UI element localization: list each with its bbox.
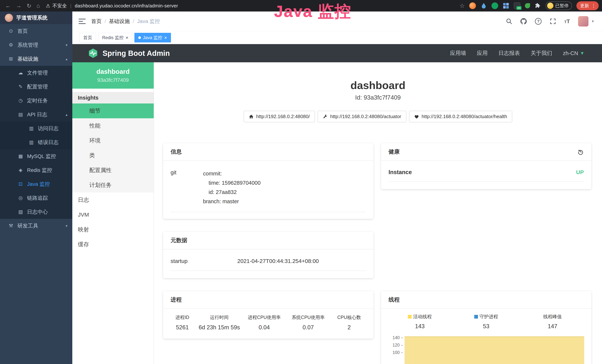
update-button[interactable]: 更新 ⋮ xyxy=(576,1,599,10)
url-text[interactable]: dashboard.yudao.iocoder.cn/infra/admin-s… xyxy=(75,3,178,9)
sba-language-select[interactable]: zh-CN ▼ xyxy=(563,50,584,56)
sidebar-item-devtools[interactable]: ⚒ 研发工具 ▾ xyxy=(0,219,72,233)
column-header: 系统CPU使用率 xyxy=(286,314,330,321)
sidebar-item-home[interactable]: ⊙ 首页 xyxy=(0,24,72,38)
breadcrumb-separator: / xyxy=(105,18,106,24)
github-icon[interactable] xyxy=(520,18,527,24)
close-icon[interactable]: × xyxy=(126,35,128,40)
hamburger-icon[interactable] xyxy=(79,18,86,24)
menu-item-metrics[interactable]: 性能 xyxy=(72,118,154,133)
browser-home-icon[interactable]: ⌂ xyxy=(36,3,40,9)
sba-nav-wallboard[interactable]: 应用墙 xyxy=(450,50,466,57)
menu-item-jvm[interactable]: JVM xyxy=(72,207,154,222)
sidebar-item-redis-monitor[interactable]: ◈ Redis 监控 xyxy=(0,163,72,177)
extension-green-circle-icon[interactable] xyxy=(492,2,498,9)
process-col-process-cpu: 进程CPU使用率 0.04 xyxy=(242,314,286,331)
extension-grid-icon[interactable] xyxy=(503,2,509,9)
process-col-system-cpu: 系统CPU使用率 0.07 xyxy=(286,314,330,331)
tag-redis-monitor[interactable]: Redis 监控 × xyxy=(98,33,132,43)
sidebar-item-scheduled-jobs[interactable]: ◷ 定时任务 xyxy=(0,94,72,107)
update-label: 更新 xyxy=(580,3,589,9)
sidebar-item-infrastructure[interactable]: ⊞ 基础设施 ▴ xyxy=(0,52,72,66)
y-tick-mark xyxy=(401,345,403,345)
legend-value: 53 xyxy=(453,323,519,330)
breadcrumb-infrastructure[interactable]: 基础设施 xyxy=(109,18,130,25)
refresh-icon[interactable]: ↻ xyxy=(27,3,31,9)
sidebar-item-error-logs[interactable]: ▥ 错误日志 xyxy=(0,135,72,149)
forward-icon[interactable]: → xyxy=(16,3,22,9)
file-cloud-icon: ☁ xyxy=(17,70,24,76)
process-card-header: 进程 xyxy=(163,291,373,309)
sidebar-item-log-center[interactable]: ▨ 日志中心 xyxy=(0,205,72,219)
gear-icon: ⚙ xyxy=(7,42,14,48)
chevron-down-icon: ▾ xyxy=(66,224,67,228)
menu-item-caches[interactable]: 缓存 xyxy=(72,237,154,252)
extension-drop-icon[interactable] xyxy=(480,2,487,9)
menu-item-logs[interactable]: 日志 xyxy=(72,193,154,207)
sba-body: dashboard 93a3fc7f7409 Insights 细节 性能 环境… xyxy=(72,62,602,364)
trace-icon: ◎ xyxy=(17,195,24,201)
sidebar-logo[interactable]: 芋道管理系统 xyxy=(0,11,72,24)
profile-chip[interactable]: 已暂停 xyxy=(546,1,572,10)
process-col-pid: 进程ID 5261 xyxy=(168,314,196,331)
y-tick-label: 100 xyxy=(387,350,400,355)
config-icon: ✎ xyxy=(17,84,24,90)
breadcrumb-home[interactable]: 首页 xyxy=(91,18,102,25)
extension-fox-icon[interactable] xyxy=(469,2,476,9)
back-icon[interactable]: ← xyxy=(5,3,11,9)
health-url: http://192.168.0.2:48080/actuator/health xyxy=(422,114,507,119)
metadata-card-header: 元数据 xyxy=(163,232,373,249)
column-value: 6d 23h 15m 59s xyxy=(196,324,242,331)
menu-item-environment[interactable]: 环境 xyxy=(72,133,154,148)
extension-leaf-icon[interactable] xyxy=(525,3,530,8)
tag-home[interactable]: 首页 xyxy=(79,33,96,43)
menu-item-scheduled-tasks[interactable]: 计划任务 xyxy=(72,178,154,193)
sba-nav-applications[interactable]: 应用 xyxy=(477,50,488,57)
instance-header[interactable]: dashboard 93a3fc7f7409 xyxy=(72,62,154,89)
avatar-caret-icon[interactable]: ▾ xyxy=(592,19,594,24)
tag-java-monitor[interactable]: Java 监控 × xyxy=(134,33,171,43)
y-tick-mark xyxy=(401,338,403,338)
wrench-icon xyxy=(323,114,328,119)
health-url-button[interactable]: http://192.168.0.2:48080/actuator/health xyxy=(409,111,512,122)
sidebar-item-access-logs[interactable]: ▥ 访问日志 xyxy=(0,121,72,135)
search-icon[interactable] xyxy=(506,18,512,24)
menu-item-classes[interactable]: 类 xyxy=(72,148,154,163)
security-label[interactable]: 不安全 xyxy=(53,3,67,9)
actuator-url-button[interactable]: http://192.168.0.2:48080/actuator xyxy=(318,111,406,122)
header-actions: ? TT ▾ xyxy=(506,16,594,27)
bookmark-star-icon[interactable]: ☆ xyxy=(459,2,465,9)
font-size-icon[interactable]: TT xyxy=(564,18,570,24)
sidebar-item-mysql-monitor[interactable]: ▦ MySQL 监控 xyxy=(0,149,72,163)
process-card-title: 进程 xyxy=(171,296,182,304)
service-url-button[interactable]: http://192.168.0.2:48080/ xyxy=(244,111,315,122)
close-icon[interactable]: × xyxy=(164,35,167,40)
sidebar-item-files[interactable]: ☁ 文件管理 xyxy=(0,66,72,80)
sidebar-item-java-monitor[interactable]: ⊡ Java 监控 xyxy=(0,177,72,191)
chevron-up-icon: ▴ xyxy=(66,57,67,61)
sba-menu: Insights 细节 性能 环境 类 配置属性 计划任务 日志 JVM xyxy=(72,89,154,252)
sba-brand[interactable]: Spring Boot Admin xyxy=(103,49,170,57)
menu-item-config-props[interactable]: 配置属性 xyxy=(72,163,154,178)
instance-links: http://192.168.0.2:48080/ http://192.168… xyxy=(154,111,602,122)
menu-item-details[interactable]: 细节 xyxy=(72,104,154,118)
address-bar[interactable]: ⚠ 不安全 | dashboard.yudao.iocoder.cn/infra… xyxy=(46,3,178,9)
extensions-puzzle-icon[interactable] xyxy=(535,2,541,9)
sba-nav-journal[interactable]: 日志报表 xyxy=(498,50,520,57)
sidebar-item-api-logs[interactable]: ▤ API 日志 ▴ xyxy=(0,107,72,121)
sidebar-item-tracing[interactable]: ◎ 链路追踪 xyxy=(0,191,72,205)
breadcrumb-current: Java 监控 xyxy=(137,18,160,25)
column-header: 进程ID xyxy=(168,314,196,321)
sidebar-item-label: 链路追踪 xyxy=(27,194,48,202)
sidebar-item-system[interactable]: ⚙ 系统管理 ▾ xyxy=(0,38,72,52)
sba-nav-about[interactable]: 关于我们 xyxy=(531,50,552,57)
fullscreen-icon[interactable] xyxy=(550,18,556,24)
browser-menu-dots-icon[interactable]: ⋮ xyxy=(591,3,596,9)
extension-switch-icon[interactable]: on xyxy=(514,2,520,9)
help-icon[interactable]: ? xyxy=(535,18,542,25)
sidebar-item-config[interactable]: ✎ 配置管理 xyxy=(0,80,72,94)
menu-item-mappings[interactable]: 映射 xyxy=(72,222,154,237)
sba-logo-icon[interactable] xyxy=(88,48,98,58)
user-avatar[interactable] xyxy=(578,16,589,27)
history-icon[interactable] xyxy=(578,149,584,155)
